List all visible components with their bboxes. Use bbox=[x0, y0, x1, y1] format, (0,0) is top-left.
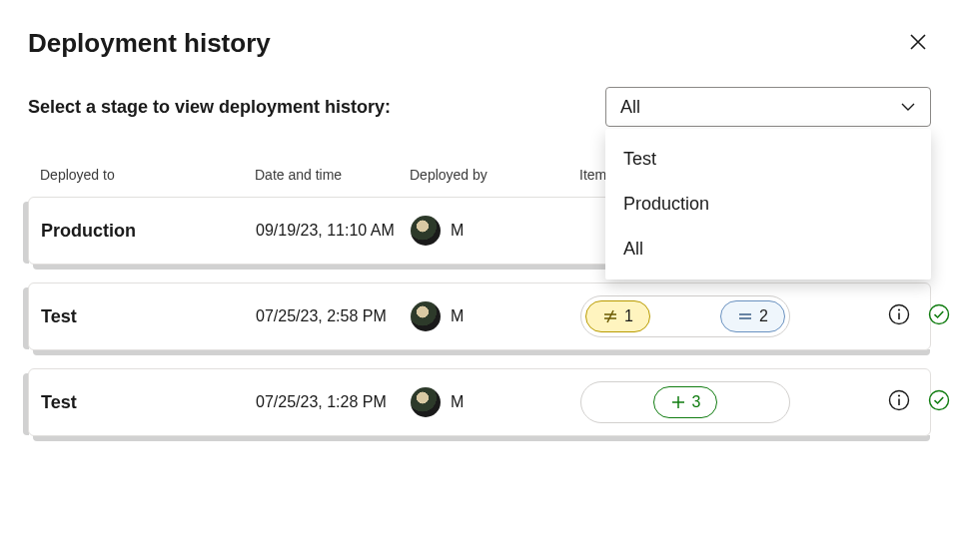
changed-badge[interactable]: 1 bbox=[585, 300, 650, 332]
stage-filter-dropdown[interactable]: All bbox=[605, 87, 931, 127]
table-row[interactable]: Test 07/25/23, 2:58 PM M 1 2 bbox=[28, 282, 931, 350]
check-circle-icon bbox=[928, 389, 950, 411]
svg-point-5 bbox=[930, 391, 949, 410]
added-badge[interactable]: 3 bbox=[653, 386, 718, 418]
not-equal-icon bbox=[602, 308, 618, 324]
info-button[interactable] bbox=[888, 303, 910, 329]
plus-icon bbox=[670, 394, 686, 410]
items-badge-group: 1 2 bbox=[580, 295, 790, 337]
deployment-datetime: 09/19/23, 11:10 AM bbox=[256, 222, 411, 240]
unchanged-badge[interactable]: 2 bbox=[720, 300, 785, 332]
changed-count: 1 bbox=[624, 307, 633, 325]
avatar bbox=[411, 387, 441, 417]
check-circle-icon bbox=[928, 303, 950, 325]
dropdown-option-all[interactable]: All bbox=[605, 227, 931, 272]
chevron-down-icon bbox=[900, 99, 916, 115]
unchanged-count: 2 bbox=[759, 307, 768, 325]
col-date-time: Date and time bbox=[255, 167, 410, 183]
close-icon bbox=[909, 33, 927, 51]
avatar bbox=[411, 301, 441, 331]
stage-filter-menu: Test Production All bbox=[605, 129, 931, 280]
stage-name: Test bbox=[41, 306, 256, 327]
items-badge-group: 3 bbox=[580, 381, 790, 423]
deployed-by-name: M bbox=[451, 222, 464, 240]
success-indicator bbox=[928, 303, 950, 329]
stage-name: Production bbox=[41, 221, 256, 242]
avatar bbox=[411, 216, 441, 246]
deployment-datetime: 07/25/23, 2:58 PM bbox=[256, 307, 411, 325]
dropdown-option-production[interactable]: Production bbox=[605, 182, 931, 227]
svg-point-2 bbox=[930, 305, 949, 324]
info-button[interactable] bbox=[888, 389, 910, 415]
svg-point-4 bbox=[898, 394, 900, 396]
stage-name: Test bbox=[41, 392, 256, 413]
deployed-by-name: M bbox=[451, 393, 464, 411]
col-deployed-by: Deployed by bbox=[410, 167, 579, 183]
table-row[interactable]: Test 07/25/23, 1:28 PM M 3 bbox=[28, 368, 931, 436]
info-icon bbox=[888, 389, 910, 411]
close-button[interactable] bbox=[905, 29, 931, 59]
dropdown-option-test[interactable]: Test bbox=[605, 137, 931, 182]
deployment-datetime: 07/25/23, 1:28 PM bbox=[256, 393, 411, 411]
success-indicator bbox=[928, 389, 950, 415]
svg-point-1 bbox=[898, 308, 900, 310]
dropdown-selected-value: All bbox=[620, 97, 640, 118]
col-deployed-to: Deployed to bbox=[40, 167, 255, 183]
subtitle-label: Select a stage to view deployment histor… bbox=[28, 97, 391, 118]
equal-icon bbox=[737, 308, 753, 324]
page-title: Deployment history bbox=[28, 28, 271, 59]
added-count: 3 bbox=[692, 393, 701, 411]
info-icon bbox=[888, 303, 910, 325]
deployed-by-name: M bbox=[451, 307, 464, 325]
